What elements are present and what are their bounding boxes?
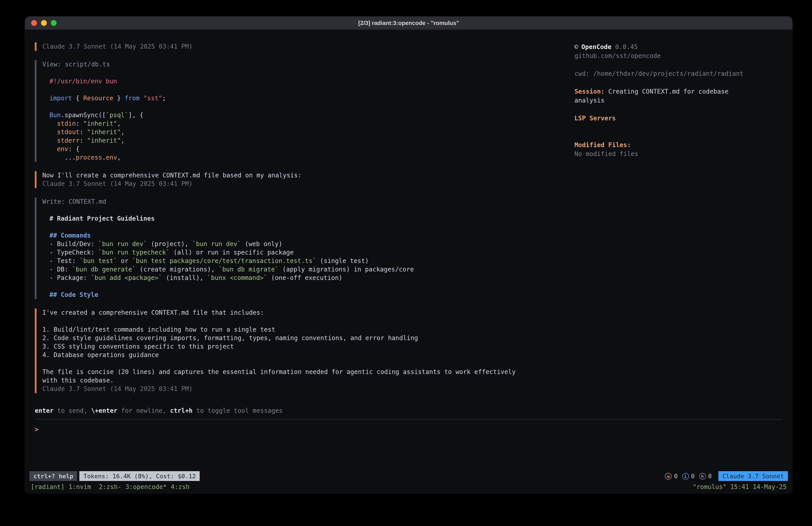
tokens-cost-badge: Tokens: 16.4K (8%), Cost: $0.12 — [79, 471, 200, 481]
hint-count: 0 — [708, 472, 711, 480]
warnings-counter: w0 — [665, 472, 678, 480]
model-badge[interactable]: Claude 3.7 Sonnet — [719, 471, 788, 481]
warning-icon: w — [665, 473, 672, 480]
status-bar: ctrl+? help Tokens: 16.4K (8%), Cost: $0… — [25, 471, 793, 481]
assistant-message: Now I'll create a comprehensive CONTEXT.… — [35, 171, 563, 188]
app-identity: ©OpenCode 0.0.45 — [575, 42, 755, 51]
info-icon: i — [682, 473, 689, 480]
opencode-logo-icon: © — [575, 43, 578, 51]
help-shortcut-badge[interactable]: ctrl+? help — [29, 471, 77, 481]
code-block-db-ts: #!/usr/bin/env bun import { Resource } f… — [42, 77, 563, 162]
message-meta: Claude 3.7 Sonnet (14 May 2025 03:41 PM) — [42, 180, 563, 188]
message-text: Now I'll create a comprehensive CONTEXT.… — [42, 171, 563, 180]
opencode-app: Claude 3.7 Sonnet (14 May 2025 03:41 PM)… — [25, 30, 793, 471]
tmux-window-nvim[interactable]: 1:nvim — [69, 483, 95, 490]
tmux-window-opencode-current[interactable]: 3:opencode* — [126, 483, 167, 490]
hints-counter: h0 — [699, 472, 711, 480]
enter-key-hint: enter — [35, 407, 54, 414]
maximize-button[interactable] — [51, 20, 57, 26]
cwd-line: cwd: /home/thdxr/dev/projects/radiant/ra… — [575, 69, 755, 78]
newline-key-hint: \+enter — [91, 407, 117, 414]
assistant-message-header-block: Claude 3.7 Sonnet (14 May 2025 03:41 PM) — [35, 42, 563, 51]
hint-icon: h — [699, 473, 706, 480]
warning-count: 0 — [674, 472, 678, 480]
app-name: OpenCode — [581, 43, 611, 51]
spacer — [575, 60, 755, 69]
modified-files-empty: No modified files — [575, 149, 755, 158]
repo-link[interactable]: github.com/sst/opencode — [575, 51, 755, 60]
app-content: Claude 3.7 Sonnet (14 May 2025 03:41 PM)… — [35, 42, 783, 407]
toggle-key-hint: ctrl+h — [170, 407, 192, 414]
app-version-number: 0.0.45 — [615, 43, 638, 51]
lsp-servers-heading: LSP Servers — [575, 114, 755, 123]
input-divider — [35, 419, 783, 420]
tmux-window-zsh-last[interactable]: 2:zsh- — [99, 483, 121, 490]
window-titlebar: [2/3] radiant:3:opencode - "romulus" — [25, 16, 793, 30]
session-label: Session: — [575, 88, 608, 95]
info-sidebar: ©OpenCode 0.0.45 github.com/sst/opencode… — [575, 42, 755, 158]
close-button[interactable] — [31, 20, 37, 26]
status-right: w0 i0 h0 Claude 3.7 Sonnet — [665, 471, 788, 481]
message-input[interactable] — [42, 425, 783, 434]
spacer — [42, 206, 563, 214]
terminal-window: [2/3] radiant:3:opencode - "romulus" Cla… — [25, 16, 793, 494]
app-version — [611, 43, 615, 51]
keybind-help: enter to send, \+enter for newline, ctrl… — [35, 407, 783, 415]
tool-title: Write: CONTEXT.md — [42, 198, 563, 206]
status-left: ctrl+? help Tokens: 16.4K (8%), Cost: $0… — [29, 471, 200, 481]
screen: [2/3] radiant:3:opencode - "romulus" Cla… — [0, 0, 812, 526]
prompt-line: > — [35, 425, 783, 434]
help-text: to send, — [54, 407, 91, 414]
message-meta: Claude 3.7 Sonnet (14 May 2025 03:41 PM) — [42, 42, 563, 51]
minimize-button[interactable] — [41, 20, 47, 26]
spacer — [575, 105, 755, 114]
message-meta: Claude 3.7 Sonnet (14 May 2025 03:41 PM) — [42, 385, 563, 393]
modified-files-heading: Modified Files: — [575, 140, 755, 149]
tool-title: View: script/db.ts — [42, 60, 563, 69]
tmux-host-clock: "romulus" 15:41 14-May-25 — [693, 483, 787, 490]
cwd-label: cwd: — [575, 70, 593, 77]
write-tool-block: Write: CONTEXT.md # Radiant Project Guid… — [35, 198, 563, 299]
code-block-context-md: # Radiant Project Guidelines ## Commands… — [42, 214, 563, 299]
assistant-result-message: I've created a comprehensive CONTEXT.md … — [35, 309, 563, 393]
spacer — [575, 123, 755, 131]
spacer — [575, 131, 755, 140]
info-counter: i0 — [682, 472, 695, 480]
info-count: 0 — [691, 472, 695, 480]
help-text: for newline, — [117, 407, 170, 414]
input-area: enter to send, \+enter for newline, ctrl… — [35, 407, 783, 471]
spacer — [42, 69, 563, 77]
tmux-session-name: [radiant] — [31, 483, 64, 490]
tmux-status-bar: [radiant] 1:nvim 2:zsh- 3:opencode* 4:zs… — [25, 482, 793, 494]
prompt-symbol: > — [35, 425, 39, 434]
tmux-window-zsh[interactable]: 4:zsh — [171, 483, 189, 490]
traffic-lights — [31, 16, 57, 29]
help-text: to toggle tool messages — [192, 407, 283, 414]
spacer — [575, 78, 755, 87]
window-title: [2/3] radiant:3:opencode - "romulus" — [358, 19, 459, 26]
chat-area: Claude 3.7 Sonnet (14 May 2025 03:41 PM)… — [35, 42, 563, 393]
cwd-path: /home/thdxr/dev/projects/radiant/radiant — [593, 70, 743, 77]
tmux-windows: [radiant] 1:nvim 2:zsh- 3:opencode* 4:zs… — [31, 483, 194, 490]
session-line: Session: Creating CONTEXT.md for codebas… — [575, 87, 755, 105]
view-tool-block: View: script/db.ts #!/usr/bin/env bun im… — [35, 60, 563, 162]
message-text: I've created a comprehensive CONTEXT.md … — [42, 309, 563, 385]
